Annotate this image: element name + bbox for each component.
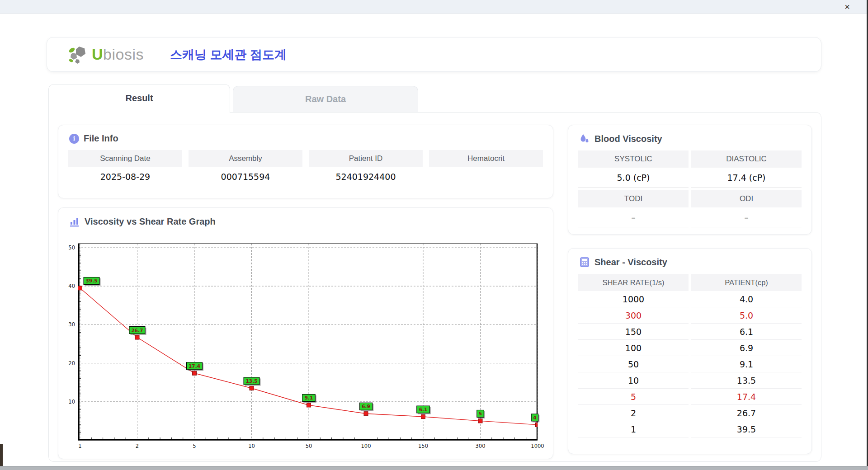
shear-rate-value: 1000: [578, 291, 689, 307]
svg-text:6.9: 6.9: [362, 404, 370, 409]
calculator-icon: [579, 257, 590, 268]
field-label: Assembly: [189, 150, 302, 167]
field-assembly: Assembly 000715594: [189, 150, 302, 186]
table-row: 1506.1: [578, 324, 802, 340]
svg-text:5: 5: [193, 443, 196, 449]
file-info-card: i File Info Scanning Date 2025-08-29 Ass…: [58, 125, 553, 198]
patient-value: 26.7: [691, 405, 802, 421]
svg-text:6.1: 6.1: [419, 407, 428, 412]
systolic-label: SYSTOLIC: [578, 150, 689, 168]
app-title: 스캐닝 모세관 점도계: [170, 47, 287, 63]
info-icon: i: [69, 134, 79, 144]
desktop-corner: [0, 444, 3, 466]
field-label: Hematocrit: [429, 150, 543, 167]
svg-text:50: 50: [68, 244, 75, 251]
patient-value: 9.1: [691, 356, 802, 372]
window-bottom-border: [0, 466, 868, 470]
svg-text:13.5: 13.5: [246, 378, 258, 384]
field-value: 000715594: [189, 167, 302, 186]
svg-text:1: 1: [78, 443, 81, 449]
bar-chart-icon: [69, 216, 80, 227]
blood-viscosity-title: Blood Viscosity: [594, 134, 662, 144]
col-shear-rate: SHEAR RATE(1/s): [578, 274, 689, 291]
svg-text:20: 20: [68, 360, 75, 367]
shear-viscosity-card: Shear - Viscosity SHEAR RATE(1/s) PATIEN…: [568, 248, 812, 454]
blood-drops-icon: [579, 133, 590, 144]
shear-viscosity-table: SHEAR RATE(1/s) PATIENT(cp) 10004.0 3005…: [568, 268, 811, 437]
table-row: 10004.0: [578, 291, 802, 307]
field-scanning-date: Scanning Date 2025-08-29: [68, 150, 182, 186]
svg-text:40: 40: [68, 283, 75, 289]
ubiosis-logo-text: Ubiosis: [92, 46, 144, 63]
shear-rate-value: 2: [578, 405, 689, 421]
shear-rate-value: 300: [578, 307, 689, 324]
table-row: 517.4: [578, 389, 802, 405]
table-row: 509.1: [578, 356, 802, 372]
patient-value: 4.0: [691, 291, 802, 307]
svg-text:9.1: 9.1: [305, 395, 313, 400]
shear-rate-value: 150: [578, 324, 689, 340]
patient-value: 5.0: [691, 307, 802, 324]
patient-value: 6.9: [691, 340, 802, 356]
table-row: 226.7: [578, 405, 802, 421]
table-row: 139.5: [578, 421, 802, 437]
field-patient-id: Patient ID 52401924400: [309, 150, 423, 186]
ubiosis-logo: Ubiosis: [67, 45, 144, 65]
odi-value: –: [691, 207, 802, 227]
diastolic-label: DIASTOLIC: [691, 150, 802, 168]
svg-text:10: 10: [68, 399, 75, 405]
table-row: 1006.9: [578, 340, 802, 356]
window-titlebar: ×: [0, 0, 868, 14]
svg-text:2: 2: [136, 443, 139, 449]
viscosity-chart: 10203040501251050100150300100039.526.717…: [65, 236, 547, 454]
brand-rest: biosis: [103, 46, 144, 63]
todi-value: –: [578, 207, 689, 227]
svg-text:39.5: 39.5: [86, 278, 98, 283]
todi-label: TODI: [578, 190, 689, 207]
ubiosis-logo-icon: [67, 45, 89, 65]
field-value: [429, 167, 543, 186]
field-hematocrit: Hematocrit: [429, 150, 543, 186]
svg-text:150: 150: [418, 443, 428, 449]
patient-value: 39.5: [691, 421, 802, 437]
field-label: Scanning Date: [68, 150, 182, 167]
graph-title: Viscosity vs Shear Rate Graph: [85, 216, 216, 227]
shear-rate-value: 10: [578, 372, 689, 389]
patient-value: 17.4: [691, 389, 802, 405]
svg-text:100: 100: [361, 443, 371, 449]
tab-result[interactable]: Result: [48, 84, 230, 113]
svg-text:26.7: 26.7: [132, 328, 143, 333]
patient-value: 6.1: [691, 324, 802, 340]
svg-text:30: 30: [68, 321, 75, 328]
table-header-row: SHEAR RATE(1/s) PATIENT(cp): [578, 274, 802, 291]
patient-value: 13.5: [691, 372, 802, 389]
svg-text:10: 10: [248, 443, 255, 449]
viscosity-graph-card: Viscosity vs Shear Rate Graph 1020304050…: [58, 207, 553, 459]
shear-rate-value: 1: [578, 421, 689, 437]
brand-letter: U: [92, 46, 103, 63]
shear-rate-value: 50: [578, 356, 689, 372]
table-row: 1013.5: [578, 372, 802, 389]
field-value: 2025-08-29: [68, 167, 182, 186]
svg-text:17.4: 17.4: [189, 363, 200, 369]
blood-viscosity-card: Blood Viscosity SYSTOLIC DIASTOLIC 5.0 (…: [568, 125, 812, 235]
header-card: Ubiosis 스캐닝 모세관 점도계: [47, 37, 821, 72]
svg-text:300: 300: [476, 443, 486, 449]
col-patient: PATIENT(cp): [691, 274, 802, 291]
shear-viscosity-title: Shear - Viscosity: [594, 257, 667, 268]
shear-rate-value: 100: [578, 340, 689, 356]
field-value: 52401924400: [309, 167, 423, 186]
tab-raw-data[interactable]: Raw Data: [233, 86, 418, 113]
close-icon[interactable]: ×: [844, 1, 850, 12]
diastolic-value: 17.4 (cP): [691, 168, 802, 188]
file-info-title: File Info: [84, 133, 118, 144]
svg-text:50: 50: [306, 443, 312, 449]
shear-rate-value: 5: [578, 389, 689, 405]
result-panel: i File Info Scanning Date 2025-08-29 Ass…: [48, 112, 821, 462]
systolic-value: 5.0 (cP): [578, 168, 689, 188]
svg-text:1000: 1000: [531, 443, 544, 449]
odi-label: ODI: [691, 190, 802, 207]
field-label: Patient ID: [309, 150, 423, 167]
svg-text:4: 4: [533, 415, 536, 420]
table-row: 3005.0: [578, 307, 802, 324]
